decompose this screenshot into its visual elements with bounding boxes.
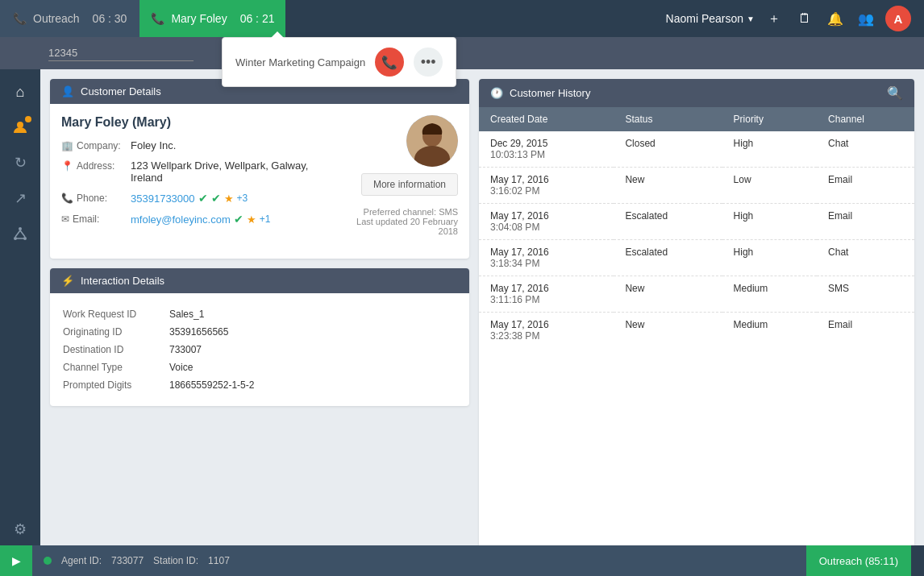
email-label: ✉ Email:	[61, 213, 126, 225]
user-avatar[interactable]: A	[885, 6, 911, 31]
more-information-button[interactable]: More information	[361, 173, 458, 196]
call-dropdown: Winter Marketing Campaign 📞 •••	[222, 37, 456, 87]
history-date: May 17, 20163:11:16 PM	[479, 276, 614, 313]
phone-active-icon: ✔	[211, 192, 221, 205]
interaction-label: Work Request ID	[63, 306, 168, 322]
history-date: May 17, 20163:23:38 PM	[479, 313, 614, 349]
interaction-details-title: Interaction Details	[81, 275, 164, 287]
top-bar: 📞 Outreach 06 : 30 📞 Mary Foley 06 : 21 …	[0, 0, 924, 37]
interaction-value: 733007	[169, 342, 456, 358]
address-label: 📍 Address:	[61, 160, 126, 172]
phone-value[interactable]: 35391733000	[131, 193, 195, 205]
sidebar-item-refresh[interactable]: ↻	[4, 147, 36, 179]
interaction-value: 35391656565	[169, 324, 456, 340]
history-row: May 17, 20163:18:34 PM Escalated High Ch…	[479, 240, 914, 276]
email-value[interactable]: mfoley@foleyinc.com	[131, 213, 231, 226]
more-options-button[interactable]: •••	[414, 48, 443, 77]
outreach-tab[interactable]: 📞 Outreach 06 : 30	[0, 0, 139, 37]
chevron-down-icon[interactable]: ▼	[747, 15, 755, 23]
email-badge: +1	[260, 213, 271, 225]
history-priority: Low	[722, 168, 818, 204]
clipboard-icon[interactable]: 🗒	[793, 7, 816, 30]
active-call-name: Mary Foley	[171, 12, 227, 25]
hang-up-button[interactable]: 📞	[375, 48, 404, 77]
top-bar-right: Naomi Pearson ▼ ＋ 🗒 🔔 👥 A	[666, 6, 924, 31]
interaction-label: Destination ID	[63, 342, 168, 358]
customer-name-row: Mary Foley (Mary) 🏢 Company: Foley Inc.	[61, 115, 458, 236]
call-icon: 📞	[151, 12, 164, 25]
history-table: Created DateStatusPriorityChannel Dec 29…	[479, 107, 914, 348]
interaction-row: Destination ID733007	[63, 342, 456, 358]
history-channel: Chat	[817, 131, 914, 168]
customer-history-panel: 🕐 Customer History 🔍 Created DateStatusP…	[479, 79, 914, 568]
email-star-icon: ★	[247, 213, 256, 226]
phone-value-row: 35391733000 ✔ ✔ ★ +3	[131, 192, 248, 205]
top-bar-left: 📞 Outreach 06 : 30 📞 Mary Foley 06 : 21	[0, 0, 666, 37]
add-icon[interactable]: ＋	[763, 7, 785, 30]
person-icon: 👤	[61, 85, 74, 97]
contacts-icon[interactable]: 👥	[855, 7, 877, 30]
bottom-outreach-tab[interactable]: Outreach (85:11)	[806, 545, 911, 576]
interaction-label: Originating ID	[63, 324, 168, 340]
active-call-timer: 06 : 21	[240, 12, 275, 25]
history-title: Customer History	[510, 87, 590, 99]
outreach-timer: 06 : 30	[93, 12, 127, 25]
company-value: Foley Inc.	[131, 139, 176, 151]
phone-row: 📞 Phone: 35391733000 ✔ ✔ ★ +3	[61, 192, 337, 205]
play-button[interactable]: ▶	[0, 545, 32, 576]
phone-input[interactable]	[48, 45, 194, 61]
svg-point-1	[19, 227, 22, 230]
bell-icon[interactable]: 🔔	[824, 7, 847, 30]
email-verified-icon: ✔	[234, 213, 243, 226]
interaction-row: Work Request IDSales_1	[63, 306, 456, 322]
history-column-header: Priority	[722, 107, 818, 131]
interaction-icon: ⚡	[61, 275, 74, 287]
history-date: Dec 29, 201510:03:13 PM	[479, 131, 614, 168]
agent-id-label: Agent ID:	[61, 555, 102, 566]
history-status: New	[614, 168, 722, 204]
history-status: Closed	[614, 131, 722, 168]
history-date: May 17, 20163:18:34 PM	[479, 240, 614, 276]
sidebar-item-external[interactable]: ↗	[4, 182, 36, 214]
outreach-label: Outreach	[33, 12, 80, 25]
input-row	[0, 37, 924, 69]
customer-details-body: Mary Foley (Mary) 🏢 Company: Foley Inc.	[50, 104, 469, 259]
customer-avatar	[406, 115, 458, 167]
left-panel: 👤 Customer Details Mary Foley (Mary) 🏢	[50, 79, 469, 568]
preferred-info: Preferred channel: SMS Last updated 20 F…	[337, 207, 458, 236]
search-icon[interactable]: 🔍	[887, 85, 903, 101]
active-call-tab[interactable]: 📞 Mary Foley 06 : 21	[139, 0, 285, 37]
sidebar-item-user[interactable]	[4, 111, 36, 143]
interaction-table: Work Request IDSales_1Originating ID3539…	[61, 305, 458, 395]
last-updated: Last updated 20 February 2018	[337, 217, 458, 236]
sidebar-item-network[interactable]	[4, 218, 36, 250]
station-id-value: 1107	[208, 555, 230, 566]
location-icon: 📍	[61, 160, 73, 172]
history-channel: Email	[817, 313, 914, 349]
email-icon: ✉	[61, 213, 69, 225]
history-channel: Email	[817, 168, 914, 204]
interaction-value: 18665559252-1-5-2	[169, 377, 456, 393]
sidebar-item-home[interactable]: ⌂	[4, 76, 36, 108]
company-label: 🏢 Company:	[61, 139, 126, 151]
history-clock-icon: 🕐	[490, 87, 503, 99]
history-row: May 17, 20163:04:08 PM Escalated High Em…	[479, 204, 914, 240]
history-row: Dec 29, 201510:03:13 PM Closed High Chat	[479, 131, 914, 168]
bottom-bar: ▶ Agent ID: 733077 Station ID: 1107 Outr…	[0, 545, 924, 576]
campaign-name: Winter Marketing Campaign	[235, 56, 365, 68]
history-column-header: Created Date	[479, 107, 614, 131]
email-value-row: mfoley@foleyinc.com ✔ ★ +1	[131, 213, 270, 226]
email-row: ✉ Email: mfoley@foleyinc.com ✔ ★ +1	[61, 213, 337, 226]
sidebar-item-settings[interactable]: ⚙	[4, 513, 36, 545]
phone-detail-icon: 📞	[61, 193, 73, 204]
interaction-value: Sales_1	[169, 306, 456, 322]
svg-point-0	[17, 122, 23, 128]
history-header: 🕐 Customer History 🔍	[479, 79, 914, 107]
history-priority: Medium	[722, 276, 818, 313]
history-status: New	[614, 313, 722, 349]
phone-star-icon: ★	[224, 193, 234, 205]
station-id-label: Station ID:	[153, 555, 198, 566]
customer-details-title: Customer Details	[81, 85, 161, 97]
interaction-value: Voice	[169, 359, 456, 375]
customer-name: Mary Foley (Mary)	[61, 115, 337, 130]
